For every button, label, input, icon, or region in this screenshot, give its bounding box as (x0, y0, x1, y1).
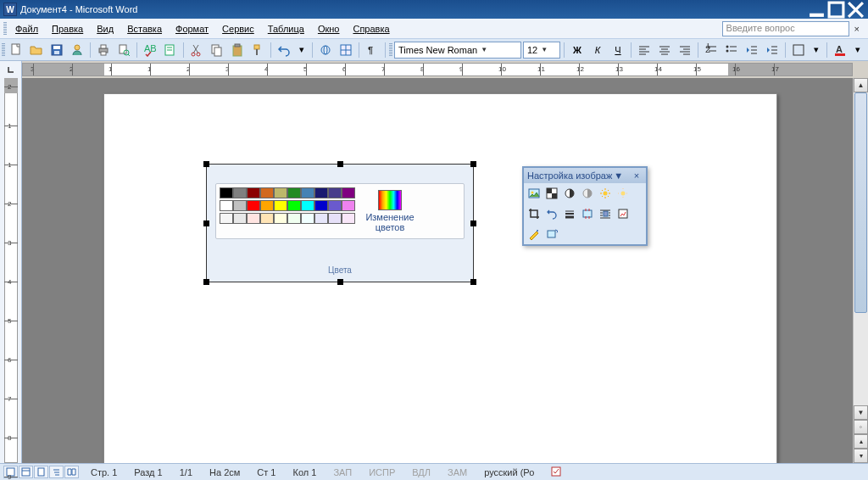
page-scroll[interactable]: Изменение цветов Цвета (22, 78, 853, 463)
tab-selector[interactable] (0, 61, 22, 78)
menu-table[interactable]: Таблица (261, 21, 311, 36)
resize-handle-ne[interactable] (470, 161, 476, 167)
toolbar-grip[interactable] (3, 22, 7, 36)
minimize-button[interactable] (808, 2, 826, 17)
web-view-icon[interactable] (19, 466, 33, 478)
permissions-icon[interactable] (68, 41, 86, 59)
spellcheck-icon[interactable]: ABC (141, 41, 159, 59)
color-swatch[interactable] (314, 200, 328, 211)
change-colors-button[interactable]: Изменение цветов (359, 184, 421, 238)
color-swatch[interactable] (233, 200, 247, 211)
color-swatch[interactable] (287, 187, 301, 198)
resize-handle-sw[interactable] (203, 279, 209, 285)
bulleted-list-icon[interactable] (722, 41, 741, 59)
picture-toolbar-close[interactable]: × (631, 170, 643, 181)
picture-toolbar-title[interactable]: Настройка изображ▼ × (524, 168, 646, 183)
format-painter-icon[interactable] (248, 41, 267, 59)
next-page-button[interactable]: ▾ (854, 449, 868, 463)
hyperlink-icon[interactable] (316, 41, 335, 59)
color-swatch[interactable] (342, 213, 355, 224)
close-button[interactable] (847, 2, 865, 17)
compress-icon[interactable] (579, 205, 596, 222)
picture-toolbar[interactable]: Настройка изображ▼ × (522, 166, 648, 246)
color-swatch[interactable] (274, 213, 287, 224)
menu-window[interactable]: Окно (311, 21, 347, 36)
prev-page-button[interactable]: ▴ (854, 434, 868, 449)
menu-view[interactable]: Вид (90, 21, 120, 36)
selected-object[interactable]: Изменение цветов Цвета (206, 164, 474, 282)
color-swatch[interactable] (233, 187, 247, 198)
more-contrast-icon[interactable] (561, 185, 578, 202)
status-spellcheck-icon[interactable] (546, 466, 568, 479)
scroll-track[interactable] (854, 92, 868, 405)
format-picture-icon[interactable] (615, 205, 632, 222)
menu-format[interactable]: Формат (169, 21, 215, 36)
undo-dropdown[interactable]: ▾ (295, 44, 309, 55)
browse-object-button[interactable]: ◦ (854, 420, 868, 434)
scroll-down-button[interactable]: ▼ (854, 405, 868, 420)
color-swatch[interactable] (328, 187, 342, 198)
save-icon[interactable] (47, 41, 66, 59)
color-swatch[interactable] (260, 200, 274, 211)
resize-handle-w[interactable] (203, 220, 209, 226)
color-swatch[interactable] (342, 200, 355, 211)
menu-close-dropdown[interactable]: × (849, 24, 865, 34)
research-icon[interactable] (161, 41, 180, 59)
color-swatch[interactable] (328, 200, 342, 211)
maximize-button[interactable] (827, 2, 845, 17)
color-swatch[interactable] (220, 213, 233, 224)
color-swatch[interactable] (233, 213, 247, 224)
font-size-combo[interactable]: 12▼ (523, 42, 560, 59)
color-swatch[interactable] (274, 187, 287, 198)
align-center-icon[interactable] (655, 41, 674, 59)
resize-handle-s[interactable] (337, 279, 343, 285)
color-swatch[interactable] (274, 200, 287, 211)
color-swatch[interactable] (301, 200, 314, 211)
font-name-combo[interactable]: Times New Roman▼ (394, 42, 521, 59)
new-doc-icon[interactable] (7, 41, 25, 59)
scroll-thumb[interactable] (854, 92, 867, 313)
font-color-dropdown[interactable]: ▾ (851, 44, 865, 55)
color-swatch[interactable] (314, 187, 328, 198)
resize-handle-e[interactable] (470, 220, 476, 226)
color-swatch[interactable] (314, 213, 328, 224)
print-layout-view-icon[interactable] (34, 466, 48, 478)
underline-button[interactable]: Ч (609, 41, 627, 59)
scroll-up-button[interactable]: ▲ (854, 78, 868, 92)
vertical-ruler[interactable]: 21123456789 (0, 78, 22, 463)
more-brightness-icon[interactable] (597, 185, 614, 202)
insert-picture-icon[interactable] (526, 185, 542, 202)
color-swatch[interactable] (328, 213, 342, 224)
align-right-icon[interactable] (676, 41, 694, 59)
borders-icon[interactable] (789, 41, 808, 59)
color-swatch[interactable] (301, 213, 314, 224)
decrease-indent-icon[interactable] (743, 41, 761, 59)
vertical-scrollbar[interactable]: ▲ ▼ ◦ ▴ ▾ (853, 78, 868, 463)
show-hide-icon[interactable]: ¶ (363, 41, 381, 59)
print-preview-icon[interactable] (114, 41, 133, 59)
color-swatch[interactable] (220, 187, 233, 198)
color-swatch[interactable] (247, 187, 260, 198)
less-brightness-icon[interactable] (615, 185, 632, 202)
undo-icon[interactable] (275, 41, 293, 59)
numbered-list-icon[interactable]: 12 (702, 41, 721, 59)
menu-service[interactable]: Сервис (215, 21, 261, 36)
color-swatch[interactable] (287, 213, 301, 224)
color-menu-icon[interactable] (543, 185, 560, 202)
set-transparent-icon[interactable] (526, 226, 542, 243)
reset-picture-icon[interactable] (543, 226, 560, 243)
less-contrast-icon[interactable] (579, 185, 596, 202)
toolbar-grip[interactable] (2, 43, 5, 57)
paste-icon[interactable] (228, 41, 247, 59)
copy-icon[interactable] (208, 41, 226, 59)
text-wrap-icon[interactable] (597, 205, 614, 222)
bold-button[interactable]: Ж (568, 41, 587, 59)
tables-borders-icon[interactable] (337, 41, 355, 59)
resize-handle-se[interactable] (470, 279, 476, 285)
help-search-input[interactable]: Введите вопрос (722, 21, 849, 36)
color-swatch[interactable] (301, 187, 314, 198)
menu-insert[interactable]: Вставка (120, 21, 169, 36)
horizontal-ruler[interactable]: 3211234567891011121314151617 (22, 63, 853, 76)
align-left-icon[interactable] (635, 41, 654, 59)
color-swatch[interactable] (342, 187, 355, 198)
